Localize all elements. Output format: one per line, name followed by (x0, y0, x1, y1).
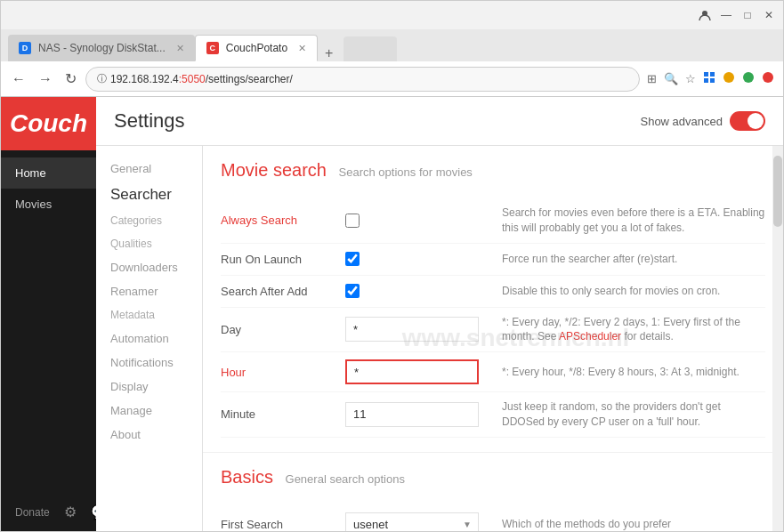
url-bar[interactable]: ⓘ 192.168.192.4:5050/settings/searcher/ (85, 67, 640, 92)
first-search-row: First Search usenet torrent ▼ (221, 505, 765, 531)
minute-desc: Just keep it random, so the providers do… (502, 399, 765, 430)
day-label: Day (221, 323, 345, 336)
movie-search-section: Movie search Search options for movies A… (203, 146, 783, 453)
sub-sidebar-manage[interactable]: Manage (96, 399, 202, 423)
first-search-label: First Search (221, 518, 345, 531)
settings-panel: www.snetrennen.nl Movie search Search op… (203, 146, 783, 531)
sub-sidebar-searcher[interactable]: Searcher (96, 181, 202, 209)
sub-sidebar-display[interactable]: Display (96, 375, 202, 399)
sub-sidebar-metadata[interactable]: Metadata (96, 303, 202, 326)
tab-nas-label: NAS - Synology DiskStat... (38, 42, 166, 54)
hour-row: Hour *: Every hour, */8: Every 8 hours, … (221, 352, 765, 392)
search-after-add-label: Search After Add (221, 285, 345, 298)
bookmark-qr-button[interactable]: ⊞ (645, 69, 659, 88)
hour-control (345, 359, 488, 384)
svg-point-7 (763, 72, 773, 83)
sidebar-home-label: Home (15, 166, 46, 180)
sidebar-item-movies[interactable]: Movies (1, 189, 96, 220)
hour-label: Hour (221, 366, 345, 379)
hour-desc: *: Every hour, */8: Every 8 hours, 3: At… (502, 365, 765, 380)
url-icons: ⊞ 🔍 ☆ (645, 69, 776, 88)
scrollbar-track[interactable] (772, 146, 783, 531)
sub-sidebar: General Searcher Categories Qualities Do… (96, 146, 203, 531)
tab-cp-label: CouchPotato (226, 42, 287, 54)
tab-couchpotato[interactable]: C CouchPotato ✕ (195, 35, 318, 61)
day-input[interactable] (345, 317, 479, 342)
run-on-launch-label: Run On Launch (221, 253, 345, 266)
sub-sidebar-qualities[interactable]: Qualities (96, 232, 202, 255)
extension2-button[interactable] (721, 69, 737, 88)
back-button[interactable]: ← (8, 68, 29, 91)
profile-button[interactable] (698, 8, 712, 22)
sub-sidebar-downloaders[interactable]: Downloaders (96, 255, 202, 279)
sub-sidebar-renamer[interactable]: Renamer (96, 279, 202, 303)
day-control (345, 317, 488, 342)
svg-rect-1 (704, 72, 708, 77)
hour-input[interactable] (345, 359, 479, 384)
sub-sidebar-automation[interactable]: Automation (96, 326, 202, 351)
first-search-select-wrapper: usenet torrent ▼ (345, 512, 479, 531)
nas-favicon: D (19, 42, 31, 54)
sidebar-movies-label: Movies (15, 197, 52, 211)
sidebar-item-home[interactable]: Home (1, 157, 96, 189)
search-button[interactable]: 🔍 (662, 69, 680, 88)
extension1-button[interactable] (701, 69, 717, 88)
content-area: General Searcher Categories Qualities Do… (96, 146, 783, 531)
movie-search-header: Movie search Search options for movies (221, 160, 765, 188)
minute-input[interactable] (345, 402, 479, 427)
tab-nas-close[interactable]: ✕ (176, 43, 184, 54)
minimize-button[interactable]: — (719, 8, 733, 22)
tab-cp-close[interactable]: ✕ (298, 43, 306, 54)
run-on-launch-checkbox[interactable] (345, 252, 360, 266)
always-search-label: Always Search (221, 214, 345, 227)
basics-section: Basics General search options First Sear… (203, 453, 783, 531)
sub-sidebar-about[interactable]: About (96, 423, 202, 447)
forward-button[interactable]: → (35, 68, 56, 91)
show-advanced-label: Show advanced (640, 115, 723, 128)
day-desc: *: Every day, */2: Every 2 days, 1: Ever… (502, 315, 765, 345)
maximize-button[interactable]: □ (740, 8, 755, 22)
scrollbar-thumb[interactable] (773, 156, 782, 227)
basics-header: Basics General search options (221, 467, 765, 495)
close-button[interactable]: ✕ (762, 8, 776, 22)
apscheduler-link[interactable]: APScheduler (559, 330, 621, 343)
main-header: Settings Show advanced (96, 97, 783, 146)
cp-favicon: C (206, 42, 219, 54)
svg-point-6 (743, 72, 754, 83)
svg-rect-3 (704, 78, 708, 83)
search-after-add-checkbox[interactable] (345, 284, 360, 298)
sub-sidebar-general[interactable]: General (96, 157, 202, 181)
tab-bar: D NAS - Synology DiskStat... ✕ C CouchPo… (1, 29, 783, 61)
movie-search-subtitle: Search options for movies (339, 165, 473, 179)
settings-icon[interactable]: ⚙ (64, 504, 77, 520)
search-after-add-desc: Disable this to only search for movies o… (502, 284, 765, 299)
extension3-button[interactable] (740, 69, 756, 88)
lock-icon: ⓘ (97, 72, 107, 85)
extension4-button[interactable] (760, 69, 776, 88)
always-search-checkbox[interactable] (345, 214, 360, 228)
first-search-select[interactable]: usenet torrent (345, 512, 479, 531)
app-container: Couch Home Movies Donate ⚙ 💬 🔍 Settings (1, 97, 783, 531)
refresh-button[interactable]: ↻ (61, 67, 80, 91)
search-after-add-control (345, 284, 488, 298)
svg-rect-2 (710, 72, 715, 77)
run-on-launch-row: Run On Launch Force run the searcher aft… (221, 244, 765, 276)
sidebar: Couch Home Movies Donate ⚙ 💬 🔍 (1, 97, 96, 531)
sidebar-logo: Couch (1, 97, 96, 150)
new-tab-button[interactable]: + (318, 45, 340, 61)
star-button[interactable]: ☆ (683, 69, 698, 88)
sub-sidebar-notifications[interactable]: Notifications (96, 351, 202, 375)
url-text: 192.168.192.4:5050/settings/searcher/ (110, 73, 628, 85)
run-on-launch-control (345, 252, 488, 266)
svg-rect-4 (710, 78, 715, 83)
tab-placeholder (344, 36, 397, 61)
sub-sidebar-categories[interactable]: Categories (96, 209, 202, 232)
sidebar-footer: Donate ⚙ 💬 🔍 (1, 493, 96, 531)
tab-nas[interactable]: D NAS - Synology DiskStat... ✕ (8, 35, 195, 61)
address-bar: ← → ↻ ⓘ 192.168.192.4:5050/settings/sear… (1, 61, 783, 97)
advanced-toggle[interactable] (730, 111, 765, 131)
toggle-knob (748, 113, 764, 129)
first-search-control: usenet torrent ▼ (345, 512, 488, 531)
window-controls: — □ ✕ (698, 8, 776, 22)
minute-row: Minute Just keep it random, so the provi… (221, 392, 765, 438)
